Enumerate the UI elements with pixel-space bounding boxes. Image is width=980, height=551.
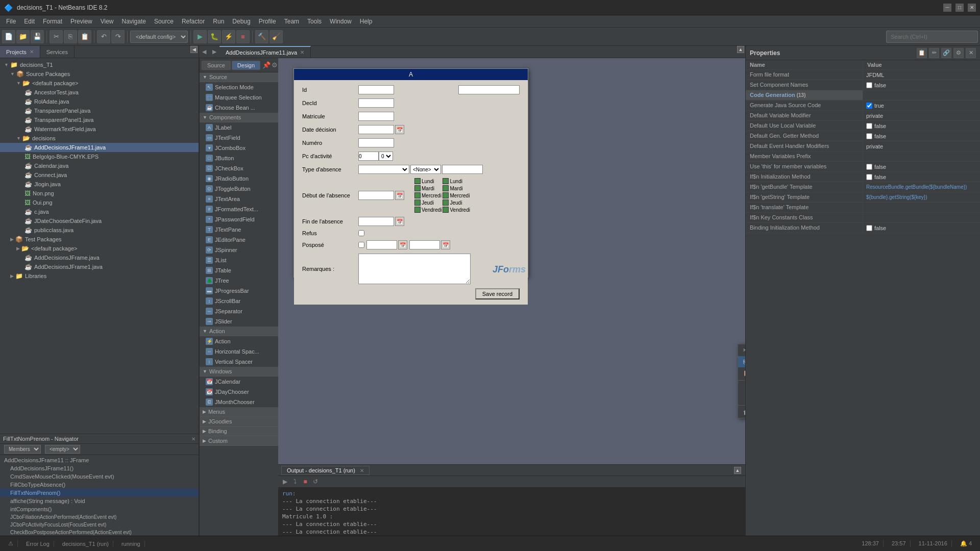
check-binding[interactable] [866, 225, 872, 231]
nav-prev[interactable]: ◀ [202, 48, 206, 55]
pospose-btn1[interactable]: 📅 [398, 240, 407, 249]
ctx-rename[interactable]: Rename... F2 [738, 393, 745, 404]
palette-section-binding[interactable]: ▶ Binding [200, 427, 278, 436]
save-record-button[interactable]: Save record [475, 288, 520, 299]
step-btn[interactable]: ⤵ [290, 477, 300, 486]
field-id2[interactable] [458, 85, 520, 94]
nav-item-cmd-save[interactable]: CmdSaveMouseClicked(MouseEvent evt) [0, 472, 199, 481]
check-jeudi-l[interactable] [414, 199, 421, 206]
navigator-close[interactable]: ✕ [191, 436, 195, 442]
menu-refactor[interactable]: Refactor [178, 17, 209, 26]
check-lundi-r[interactable] [443, 178, 449, 184]
ctx-copy[interactable]: ⎘ Copy Ctrl-C [738, 356, 745, 367]
maximize-button[interactable]: □ [955, 4, 964, 12]
pin-button[interactable]: 📌 [262, 60, 271, 71]
tree-item-decisions-pkg[interactable]: ▼ 📂 decisions [0, 134, 199, 143]
palette-jseparator[interactable]: ─JSeparator [200, 306, 278, 316]
palette-section-jgoodies[interactable]: ▶ JGoodies [200, 417, 278, 427]
design-mode-button[interactable]: Design [232, 61, 260, 70]
tab-projects[interactable]: Projects ✕ [0, 46, 40, 58]
cut-button[interactable]: ✂ [50, 30, 63, 43]
menu-tools[interactable]: Tools [303, 17, 326, 26]
nav-item-jcbo-filiation[interactable]: JCboFiliationActionPerformed(ActionEvent… [0, 513, 199, 521]
debug-button[interactable]: 🐛 [208, 30, 221, 43]
palette-section-source[interactable]: ▼ Source [200, 72, 278, 82]
ctx-paste[interactable]: 📋 Paste Ctrl-V [738, 367, 745, 379]
save-button[interactable]: 💾 [31, 30, 44, 43]
tree-item-publicclass[interactable]: ☕ publicclass.java [0, 226, 199, 235]
tab-close-editor[interactable]: ✕ [300, 49, 304, 55]
build-button[interactable]: 🔨 [255, 30, 268, 43]
config-dropdown[interactable]: <default config> [130, 31, 188, 43]
palette-section-menus[interactable]: ▶ Menus [200, 407, 278, 417]
check-gen-source[interactable] [866, 103, 872, 109]
debut-input[interactable] [358, 191, 394, 200]
palette-jtextpane[interactable]: TJTextPane [200, 224, 278, 235]
combo-pc[interactable]: 0 [379, 152, 393, 161]
palette-jradio[interactable]: ◉JRadioButton [200, 173, 278, 184]
check-mercredi-l[interactable] [414, 192, 421, 198]
members-dropdown[interactable]: Members [4, 445, 41, 454]
ctx-cut[interactable]: ✂ Cut Ctrl-X [738, 344, 745, 356]
palette-jcombobox[interactable]: ▾JComboBox [200, 143, 278, 153]
palette-jday[interactable]: 📆JDayChooser [200, 387, 278, 397]
palette-jpassword[interactable]: *JPasswordField [200, 214, 278, 224]
palette-choose-bean[interactable]: ☕ Choose Bean ... [200, 103, 278, 113]
palette-vspacer[interactable]: ↕Vertical Spacer [200, 357, 278, 367]
tree-item-jlogin[interactable]: ☕ Jlogin.java [0, 180, 199, 189]
redo-button[interactable]: ↷ [111, 30, 125, 43]
menu-window[interactable]: Window [326, 17, 356, 26]
palette-jeditor[interactable]: EJEditorPane [200, 235, 278, 245]
palette-jslider[interactable]: ⊸JSlider [200, 316, 278, 327]
check-lundi-l[interactable] [414, 178, 421, 184]
palette-section-windows[interactable]: ▼ Windows [200, 367, 278, 377]
palette-jlabel[interactable]: AJLabel [200, 122, 278, 133]
menu-edit[interactable]: Edit [20, 17, 39, 26]
ctx-delete[interactable]: 🗑 Delete Delete [738, 407, 745, 418]
palette-jtoggle[interactable]: ⊙JToggleButton [200, 184, 278, 194]
profile-button[interactable]: ⚡ [222, 30, 235, 43]
menu-debug[interactable]: Debug [228, 17, 254, 26]
field-numero[interactable] [358, 138, 394, 147]
close-button[interactable]: ✕ [968, 4, 976, 12]
check-vendredi-r[interactable] [443, 207, 449, 213]
tree-item-roladate[interactable]: ☕ RolAdate.java [0, 97, 199, 106]
ctx-duplicate[interactable]: Duplicate Ctrl-D [738, 382, 745, 393]
palette-jtable[interactable]: ⊞JTable [200, 265, 278, 276]
field-id[interactable] [358, 85, 394, 94]
menu-file[interactable]: File [2, 17, 20, 26]
stop-output-btn[interactable]: ■ [301, 477, 310, 486]
tree-item-connect[interactable]: ☕ Connect.java [0, 170, 199, 180]
palette-jmonth[interactable]: 🗓JMonthChooser [200, 397, 278, 407]
tab-projects-close[interactable]: ✕ [30, 49, 34, 55]
tree-item-addframe[interactable]: ☕ AddDecisionsJFrame.java [0, 253, 199, 262]
output-tab-close[interactable]: ✕ [360, 468, 364, 473]
palette-jspinner[interactable]: ⟳JSpinner [200, 245, 278, 255]
nav-item-checkbox[interactable]: CheckBoxPostposeActionPerformed(ActionEv… [0, 529, 199, 536]
tree-item-transparent1[interactable]: ☕ TransparentPanel1.java [0, 115, 199, 124]
tree-item-c[interactable]: ☕ c.java [0, 207, 199, 216]
clean-build-button[interactable]: 🧹 [270, 30, 283, 43]
nav-item-fill-cbo[interactable]: FillCboTypeAbsence() [0, 481, 199, 489]
nav-item-int-comp[interactable]: intComponents() [0, 505, 199, 513]
empty-dropdown[interactable]: <empty> [45, 445, 80, 454]
tree-item-oui[interactable]: 🖼 Oui.png [0, 198, 199, 207]
sidebar-expand[interactable]: ◀ [190, 46, 198, 53]
check-mercredi-r[interactable] [443, 192, 449, 198]
check-set-comp[interactable] [866, 82, 872, 88]
palette-marquee[interactable]: ⬚ Marquee Selection [200, 92, 278, 103]
undo-button[interactable]: ↶ [97, 30, 110, 43]
tree-item-source-packages[interactable]: ▼ 📦 Source Packages [0, 69, 199, 79]
check-refus[interactable] [358, 230, 364, 236]
props-close[interactable]: ✕ [966, 48, 976, 58]
menu-format[interactable]: Format [39, 17, 66, 26]
palette-action[interactable]: ⚡Action [200, 336, 278, 346]
tree-item-test-packages[interactable]: ▶ 📦 Test Packages [0, 235, 199, 244]
tree-item-default-pkg[interactable]: ▼ 📂 <default package> [0, 79, 199, 88]
palette-jlist[interactable]: ☰JList [200, 255, 278, 265]
check-default-local[interactable] [866, 123, 872, 129]
tree-item-ancestor[interactable]: ☕ AncestorTest.java [0, 88, 199, 97]
check-jeudi-r[interactable] [443, 199, 449, 206]
rerun-btn[interactable]: ↺ [311, 477, 320, 486]
status-notifications[interactable]: 🔔 4 [956, 540, 976, 547]
